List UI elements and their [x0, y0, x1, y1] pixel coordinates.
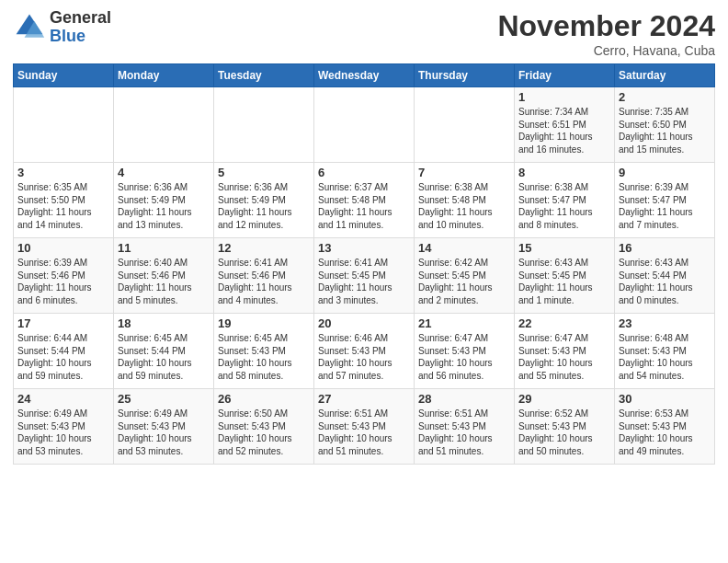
day-number: 20: [318, 316, 410, 330]
day-number: 10: [17, 241, 109, 255]
day-info: Sunrise: 6:45 AM Sunset: 5:44 PM Dayligh…: [118, 332, 210, 382]
calendar-container: General Blue November 2024 Cerro, Havana…: [0, 0, 728, 470]
calendar-cell: [314, 87, 415, 163]
calendar-cell: 18Sunrise: 6:45 AM Sunset: 5:44 PM Dayli…: [114, 314, 214, 389]
day-info: Sunrise: 6:41 AM Sunset: 5:45 PM Dayligh…: [318, 257, 410, 306]
day-number: 21: [418, 316, 510, 330]
calendar-cell: 20Sunrise: 6:46 AM Sunset: 5:43 PM Dayli…: [314, 314, 415, 389]
day-number: 4: [118, 166, 210, 179]
calendar-cell: 13Sunrise: 6:41 AM Sunset: 5:45 PM Dayli…: [314, 238, 415, 314]
day-info: Sunrise: 6:42 AM Sunset: 5:45 PM Dayligh…: [418, 257, 510, 306]
day-info: Sunrise: 6:38 AM Sunset: 5:48 PM Dayligh…: [418, 181, 510, 231]
calendar-cell: 10Sunrise: 6:39 AM Sunset: 5:46 PM Dayli…: [14, 238, 114, 314]
day-info: Sunrise: 6:52 AM Sunset: 5:43 PM Dayligh…: [518, 408, 610, 457]
calendar-cell: 5Sunrise: 6:36 AM Sunset: 5:49 PM Daylig…: [214, 163, 314, 238]
calendar-cell: 30Sunrise: 6:53 AM Sunset: 5:43 PM Dayli…: [615, 389, 715, 465]
day-number: 25: [118, 392, 210, 406]
weekday-header: Tuesday: [214, 64, 314, 87]
calendar-cell: 26Sunrise: 6:50 AM Sunset: 5:43 PM Dayli…: [214, 389, 314, 465]
calendar-week-row: 1Sunrise: 7:34 AM Sunset: 6:51 PM Daylig…: [14, 87, 715, 163]
day-number: 26: [218, 392, 310, 406]
day-number: 11: [118, 241, 210, 255]
calendar-cell: 9Sunrise: 6:39 AM Sunset: 5:47 PM Daylig…: [615, 163, 715, 238]
day-info: Sunrise: 6:49 AM Sunset: 5:43 PM Dayligh…: [17, 408, 109, 457]
day-number: 6: [318, 166, 410, 179]
day-number: 15: [518, 241, 610, 255]
calendar-week-row: 10Sunrise: 6:39 AM Sunset: 5:46 PM Dayli…: [14, 238, 715, 314]
weekday-row: SundayMondayTuesdayWednesdayThursdayFrid…: [14, 64, 715, 87]
logo-blue-text: Blue: [50, 28, 111, 46]
day-info: Sunrise: 6:46 AM Sunset: 5:43 PM Dayligh…: [318, 332, 410, 382]
calendar-cell: 4Sunrise: 6:36 AM Sunset: 5:49 PM Daylig…: [114, 163, 214, 238]
day-info: Sunrise: 6:43 AM Sunset: 5:44 PM Dayligh…: [619, 257, 711, 306]
calendar-week-row: 17Sunrise: 6:44 AM Sunset: 5:44 PM Dayli…: [14, 314, 715, 389]
calendar-cell: 1Sunrise: 7:34 AM Sunset: 6:51 PM Daylig…: [515, 87, 615, 163]
calendar-cell: 28Sunrise: 6:51 AM Sunset: 5:43 PM Dayli…: [415, 389, 515, 465]
month-title: November 2024: [497, 9, 715, 43]
day-number: 19: [218, 316, 310, 330]
weekday-header: Thursday: [415, 64, 515, 87]
weekday-header: Friday: [515, 64, 615, 87]
location: Cerro, Havana, Cuba: [497, 43, 715, 58]
day-info: Sunrise: 6:51 AM Sunset: 5:43 PM Dayligh…: [418, 408, 510, 457]
calendar-cell: 27Sunrise: 6:51 AM Sunset: 5:43 PM Dayli…: [314, 389, 415, 465]
day-number: 27: [318, 392, 410, 406]
calendar-cell: 12Sunrise: 6:41 AM Sunset: 5:46 PM Dayli…: [214, 238, 314, 314]
calendar-cell: 8Sunrise: 6:38 AM Sunset: 5:47 PM Daylig…: [515, 163, 615, 238]
day-number: 16: [619, 241, 711, 255]
day-number: 3: [17, 166, 109, 179]
day-info: Sunrise: 6:47 AM Sunset: 5:43 PM Dayligh…: [418, 332, 510, 382]
day-info: Sunrise: 6:53 AM Sunset: 5:43 PM Dayligh…: [619, 408, 711, 457]
day-info: Sunrise: 6:43 AM Sunset: 5:45 PM Dayligh…: [518, 257, 610, 306]
calendar-cell: 16Sunrise: 6:43 AM Sunset: 5:44 PM Dayli…: [615, 238, 715, 314]
day-info: Sunrise: 7:35 AM Sunset: 6:50 PM Dayligh…: [619, 106, 711, 155]
day-info: Sunrise: 6:39 AM Sunset: 5:46 PM Dayligh…: [17, 257, 109, 306]
calendar-cell: 17Sunrise: 6:44 AM Sunset: 5:44 PM Dayli…: [14, 314, 114, 389]
day-info: Sunrise: 6:37 AM Sunset: 5:48 PM Dayligh…: [318, 181, 410, 231]
day-info: Sunrise: 6:41 AM Sunset: 5:46 PM Dayligh…: [218, 257, 310, 306]
day-info: Sunrise: 7:34 AM Sunset: 6:51 PM Dayligh…: [518, 106, 610, 155]
calendar-cell: [14, 87, 114, 163]
day-info: Sunrise: 6:51 AM Sunset: 5:43 PM Dayligh…: [318, 408, 410, 457]
day-number: 17: [17, 316, 109, 330]
weekday-header: Wednesday: [314, 64, 415, 87]
calendar-table: SundayMondayTuesdayWednesdayThursdayFrid…: [13, 63, 715, 465]
logo-icon: [13, 11, 46, 44]
day-number: 18: [118, 316, 210, 330]
calendar-cell: 2Sunrise: 7:35 AM Sunset: 6:50 PM Daylig…: [615, 87, 715, 163]
day-info: Sunrise: 6:50 AM Sunset: 5:43 PM Dayligh…: [218, 408, 310, 457]
day-number: 23: [619, 316, 711, 330]
day-number: 13: [318, 241, 410, 255]
day-info: Sunrise: 6:35 AM Sunset: 5:50 PM Dayligh…: [17, 181, 109, 231]
calendar-cell: 11Sunrise: 6:40 AM Sunset: 5:46 PM Dayli…: [114, 238, 214, 314]
day-number: 14: [418, 241, 510, 255]
day-number: 9: [619, 166, 711, 179]
calendar-cell: [214, 87, 314, 163]
header: General Blue November 2024 Cerro, Havana…: [13, 9, 715, 58]
logo: General Blue: [13, 9, 111, 46]
calendar-cell: 6Sunrise: 6:37 AM Sunset: 5:48 PM Daylig…: [314, 163, 415, 238]
calendar-header: SundayMondayTuesdayWednesdayThursdayFrid…: [14, 64, 715, 87]
day-info: Sunrise: 6:38 AM Sunset: 5:47 PM Dayligh…: [518, 181, 610, 231]
logo-text: General Blue: [50, 9, 111, 46]
calendar-week-row: 3Sunrise: 6:35 AM Sunset: 5:50 PM Daylig…: [14, 163, 715, 238]
logo-general-text: General: [50, 9, 111, 28]
day-number: 24: [17, 392, 109, 406]
weekday-header: Monday: [114, 64, 214, 87]
day-info: Sunrise: 6:44 AM Sunset: 5:44 PM Dayligh…: [17, 332, 109, 382]
day-info: Sunrise: 6:36 AM Sunset: 5:49 PM Dayligh…: [218, 181, 310, 231]
calendar-cell: 15Sunrise: 6:43 AM Sunset: 5:45 PM Dayli…: [515, 238, 615, 314]
day-info: Sunrise: 6:48 AM Sunset: 5:43 PM Dayligh…: [619, 332, 711, 382]
day-number: 5: [218, 166, 310, 179]
day-number: 2: [619, 90, 711, 104]
day-info: Sunrise: 6:40 AM Sunset: 5:46 PM Dayligh…: [118, 257, 210, 306]
day-number: 28: [418, 392, 510, 406]
calendar-cell: 7Sunrise: 6:38 AM Sunset: 5:48 PM Daylig…: [415, 163, 515, 238]
calendar-cell: 25Sunrise: 6:49 AM Sunset: 5:43 PM Dayli…: [114, 389, 214, 465]
calendar-cell: [415, 87, 515, 163]
calendar-body: 1Sunrise: 7:34 AM Sunset: 6:51 PM Daylig…: [14, 87, 715, 465]
day-number: 29: [518, 392, 610, 406]
calendar-cell: 22Sunrise: 6:47 AM Sunset: 5:43 PM Dayli…: [515, 314, 615, 389]
calendar-cell: 21Sunrise: 6:47 AM Sunset: 5:43 PM Dayli…: [415, 314, 515, 389]
weekday-header: Sunday: [14, 64, 114, 87]
